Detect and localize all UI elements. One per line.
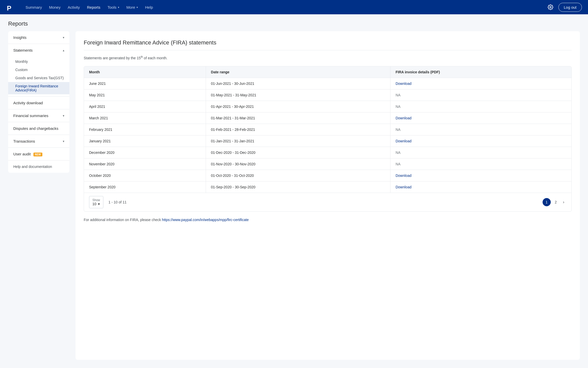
pagination-row: Show 10 ▾ 1 - 10 of 11 1 2 › xyxy=(84,193,571,211)
sidebar-item-fira[interactable]: Foreign Inward Remittance Advice(FIRA) xyxy=(8,82,69,94)
content-title: Foreign Inward Remittance Advice (FIRA) … xyxy=(84,39,572,46)
nav-reports[interactable]: Reports xyxy=(84,3,104,12)
content-subtitle: Statements are generated by the 15th of … xyxy=(84,55,572,60)
col-fira: FIRA invoice details (PDF) xyxy=(390,66,571,78)
cell-month: February 2021 xyxy=(84,124,206,135)
cell-month: December 2020 xyxy=(84,147,206,158)
statements-sub-items: Monthly Custom Goods and Services Tax(GS… xyxy=(8,56,69,96)
table-row: October 202001-Oct-2020 - 31-Oct-2020Dow… xyxy=(84,170,571,181)
content-area: Insights ▾ Statements ▴ Monthly Custom G… xyxy=(0,31,588,368)
statements-chevron-icon: ▴ xyxy=(63,49,64,52)
download-link[interactable]: Download xyxy=(396,82,411,86)
header: P Summary Money Activity Reports Tools▾ … xyxy=(0,0,588,14)
main-nav: Summary Money Activity Reports Tools▾ Mo… xyxy=(22,3,546,12)
nav-more[interactable]: More▾ xyxy=(123,3,141,12)
cell-fira: NA xyxy=(390,124,571,135)
download-link[interactable]: Download xyxy=(396,185,411,189)
page-2-button[interactable]: 2 xyxy=(552,198,560,206)
show-select-inner: Show 10 ▾ xyxy=(92,198,100,206)
download-link[interactable]: Download xyxy=(396,116,411,120)
cell-date-range: 01-Nov-2020 - 30-Nov-2020 xyxy=(206,158,390,170)
sidebar-transactions-label: Transactions xyxy=(13,139,35,143)
show-chevron-icon: ▾ xyxy=(98,202,100,206)
sidebar-help[interactable]: Help and documentation xyxy=(8,160,69,173)
sidebar-item-custom[interactable]: Custom xyxy=(8,66,69,74)
sidebar-insights-header[interactable]: Insights ▾ xyxy=(8,31,69,44)
more-chevron-icon: ▾ xyxy=(137,6,138,9)
fira-table: Month Date range FIRA invoice details (P… xyxy=(84,66,571,193)
new-badge: NEW xyxy=(33,153,42,156)
footer-link[interactable]: https://www.paypal.com/in/webapps/mpp/fi… xyxy=(162,218,249,222)
table-row: December 202001-Dec-2020 - 31-Dec-2020NA xyxy=(84,147,571,158)
main-content: Foreign Inward Remittance Advice (FIRA) … xyxy=(76,31,580,360)
show-value-row: 10 ▾ xyxy=(92,202,100,206)
logout-button[interactable]: Log out xyxy=(558,3,582,12)
nav-money[interactable]: Money xyxy=(46,3,64,12)
cell-fira[interactable]: Download xyxy=(390,135,571,147)
page: Reports Insights ▾ Statements ▴ Monthly … xyxy=(0,14,588,368)
table-row: April 202101-Apr-2021 - 30-Apr-2021NA xyxy=(84,101,571,112)
sidebar-financial-header[interactable]: Financial summaries ▾ xyxy=(8,109,69,122)
cell-fira[interactable]: Download xyxy=(390,181,571,193)
show-select[interactable]: Show 10 ▾ xyxy=(89,196,103,208)
transactions-chevron-icon: ▾ xyxy=(63,140,64,143)
table-row: September 202001-Sep-2020 - 30-Sep-2020D… xyxy=(84,181,571,193)
next-page-button[interactable]: › xyxy=(561,199,566,205)
cell-month: April 2021 xyxy=(84,101,206,112)
cell-date-range: 01-Oct-2020 - 31-Oct-2020 xyxy=(206,170,390,181)
cell-date-range: 01-Dec-2020 - 31-Dec-2020 xyxy=(206,147,390,158)
cell-fira[interactable]: Download xyxy=(390,170,571,181)
cell-date-range: 01-Mar-2021 - 31-Mar-2021 xyxy=(206,112,390,124)
sidebar-item-monthly[interactable]: Monthly xyxy=(8,57,69,66)
table-row: November 202001-Nov-2020 - 30-Nov-2020NA xyxy=(84,158,571,170)
nav-activity[interactable]: Activity xyxy=(65,3,83,12)
page-title: Reports xyxy=(0,14,588,31)
settings-button[interactable] xyxy=(546,2,555,12)
sidebar: Insights ▾ Statements ▴ Monthly Custom G… xyxy=(8,31,69,173)
sidebar-financial-label: Financial summaries xyxy=(13,113,48,118)
nav-summary[interactable]: Summary xyxy=(22,3,45,12)
fira-table-wrapper: Month Date range FIRA invoice details (P… xyxy=(84,66,572,212)
download-link[interactable]: Download xyxy=(396,139,411,143)
sidebar-item-user-audit[interactable]: User audit NEW xyxy=(8,148,69,160)
sidebar-item-gst[interactable]: Goods and Services Tax(GST) xyxy=(8,74,69,82)
cell-date-range: 01-Jan-2021 - 31-Jan-2021 xyxy=(206,135,390,147)
cell-fira[interactable]: Download xyxy=(390,112,571,124)
table-header-row: Month Date range FIRA invoice details (P… xyxy=(84,66,571,78)
cell-date-range: 01-Jun-2021 - 30-Jun-2021 xyxy=(206,78,390,89)
cell-month: October 2020 xyxy=(84,170,206,181)
sidebar-section-insights: Insights ▾ xyxy=(8,31,69,44)
sidebar-statements-label: Statements xyxy=(13,48,33,52)
footer-pre-text: For additional information on FIRA, plea… xyxy=(84,218,162,222)
cell-month: May 2021 xyxy=(84,89,206,101)
sidebar-section-financial: Financial summaries ▾ xyxy=(8,109,69,122)
cell-month: March 2021 xyxy=(84,112,206,124)
col-date-range: Date range xyxy=(206,66,390,78)
show-label: Show xyxy=(92,198,100,202)
nav-help[interactable]: Help xyxy=(142,3,156,12)
table-body: June 202101-Jun-2021 - 30-Jun-2021Downlo… xyxy=(84,78,571,193)
sidebar-transactions-header[interactable]: Transactions ▾ xyxy=(8,135,69,147)
page-info: 1 - 10 of 11 xyxy=(108,200,127,204)
svg-point-1 xyxy=(550,6,551,8)
table-row: February 202101-Feb-2021 - 28-Feb-2021NA xyxy=(84,124,571,135)
cell-date-range: 01-Feb-2021 - 28-Feb-2021 xyxy=(206,124,390,135)
nav-tools[interactable]: Tools▾ xyxy=(104,3,122,12)
sidebar-item-activity-download[interactable]: Activity download xyxy=(8,97,69,109)
download-link[interactable]: Download xyxy=(396,174,411,178)
cell-fira[interactable]: Download xyxy=(390,78,571,89)
cell-fira: NA xyxy=(390,89,571,101)
cell-date-range: 01-May-2021 - 31-May-2021 xyxy=(206,89,390,101)
sidebar-section-transactions: Transactions ▾ xyxy=(8,135,69,148)
title-divider xyxy=(84,50,572,50)
cell-month: November 2020 xyxy=(84,158,206,170)
table-row: January 202101-Jan-2021 - 31-Jan-2021Dow… xyxy=(84,135,571,147)
sidebar-section-statements: Statements ▴ Monthly Custom Goods and Se… xyxy=(8,44,69,97)
cell-fira: NA xyxy=(390,101,571,112)
cell-month: June 2021 xyxy=(84,78,206,89)
sidebar-item-disputes[interactable]: Disputes and chargebacks xyxy=(8,122,69,135)
page-1-button[interactable]: 1 xyxy=(543,198,551,206)
sidebar-statements-header[interactable]: Statements ▴ xyxy=(8,44,69,56)
show-value: 10 xyxy=(92,202,96,206)
cell-date-range: 01-Sep-2020 - 30-Sep-2020 xyxy=(206,181,390,193)
